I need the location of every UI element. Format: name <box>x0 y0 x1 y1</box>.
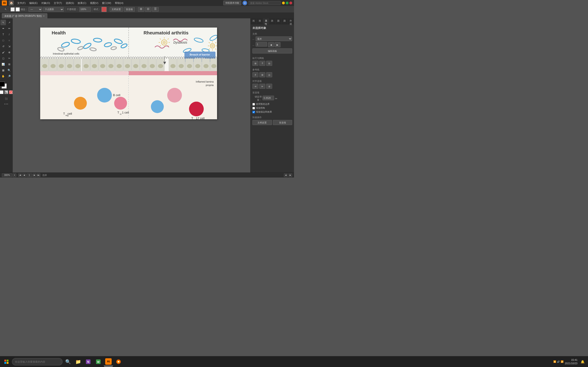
rp-tab-gradient[interactable]: 渐 <box>257 18 263 24</box>
guide-btn-3[interactable]: ◎ <box>266 72 272 77</box>
paintbrush-tool[interactable]: 🖌 <box>0 50 6 55</box>
quick-doc-setup-btn[interactable]: 文档设置 <box>252 120 272 125</box>
artboard-number-input[interactable] <box>26 173 32 177</box>
keyboard-value-input[interactable] <box>262 96 274 100</box>
menu-object[interactable]: 对象(O) <box>40 1 52 5</box>
rp-tab-path[interactable]: 路 <box>269 18 275 24</box>
rp-tab-properties[interactable]: 属性 <box>263 18 269 24</box>
style-swatch[interactable] <box>102 7 107 12</box>
rect-tool[interactable]: □ <box>0 38 6 43</box>
menu-text[interactable]: 文字(T) <box>52 1 64 5</box>
menu-view[interactable]: 视图(V) <box>88 1 100 5</box>
eraser-tool[interactable]: ◻ <box>0 56 6 61</box>
menu-help[interactable]: 帮助(H) <box>113 1 125 5</box>
ellipse-tool[interactable]: ○ <box>6 38 12 43</box>
canvas-area[interactable]: Health Rheumatoid arthritis <box>13 18 250 173</box>
pattern-swatch[interactable] <box>9 90 13 94</box>
grid-dots-btn[interactable]: ⠿ <box>259 61 265 66</box>
arrange-view-btn[interactable]: ⊞ <box>138 7 144 12</box>
align-btn[interactable]: ⊟ <box>145 7 151 12</box>
scroll-left-btn[interactable]: ◀ <box>284 173 288 177</box>
svg-point-88 <box>211 64 216 68</box>
prev-artboard-btn[interactable]: ◀ <box>22 173 26 177</box>
first-artboard-btn[interactable]: |◀ <box>18 173 22 177</box>
user-avatar[interactable]: U <box>242 1 247 5</box>
tab-close-button[interactable]: ✕ <box>43 15 45 17</box>
zoom-tool[interactable]: 🔎 <box>6 73 12 79</box>
next-page-btn[interactable]: ▶ <box>275 42 280 47</box>
none-swatch[interactable] <box>0 90 3 94</box>
gradient-swatch[interactable] <box>4 90 8 94</box>
quick-preferences-btn[interactable]: 首选项 <box>273 120 292 125</box>
align-right-btn[interactable]: ⊴ <box>266 84 272 89</box>
next-artboard-btn[interactable]: ▶ <box>33 173 36 177</box>
chart-tool[interactable]: 📊 <box>0 61 6 67</box>
line-tool[interactable]: / <box>6 32 12 37</box>
zoom-input[interactable] <box>2 173 12 177</box>
scale-stroke-checkbox[interactable]: 缩放描边和效果 <box>252 110 292 114</box>
distribute-btn[interactable]: ☰ <box>152 7 159 12</box>
scale-corners-input[interactable] <box>252 107 255 109</box>
stroke-style-select[interactable]: — <box>28 7 42 12</box>
fill-color-swatch[interactable] <box>10 7 15 11</box>
maximize-button[interactable]: □ <box>286 2 288 4</box>
type-tool[interactable]: T <box>0 32 6 37</box>
mesh-tool[interactable]: ⊞ <box>6 61 12 67</box>
stroke-size-select[interactable]: 3 点圆形 <box>43 7 64 12</box>
edit-artboard-btn[interactable]: 编辑画板 <box>252 48 292 53</box>
eyedropper-tool[interactable]: 🔍 <box>6 67 12 73</box>
preview-boundary-checkbox[interactable]: 使用预览边界 <box>252 102 292 106</box>
blob-brush-tool[interactable]: ⊕ <box>6 50 12 55</box>
menu-select[interactable]: 选择(S) <box>64 1 76 5</box>
minimize-button[interactable]: ─ <box>282 2 285 4</box>
menu-edit[interactable]: 编辑(E) <box>27 1 39 5</box>
rp-tab-color1[interactable]: 颜 <box>275 18 282 24</box>
zoom-down-btn[interactable]: ▾ <box>13 173 16 177</box>
gradient-tool[interactable]: ▦ <box>0 67 6 73</box>
guide-btn-2[interactable]: ⊞ <box>259 72 265 77</box>
preferences-button[interactable]: 首选项 <box>124 7 135 12</box>
last-artboard-btn[interactable]: ▶| <box>37 173 40 177</box>
prev-page-btn[interactable]: ◀ <box>268 42 274 47</box>
direct-select-tool[interactable]: ↗ <box>6 20 12 25</box>
pref-section-title: 首选项 <box>252 91 292 94</box>
scroll-right-btn[interactable]: ▶ <box>288 173 292 177</box>
pen-tool[interactable]: ✒ <box>0 26 6 31</box>
scale-corners-checkbox[interactable]: 缩放拐角 <box>252 106 292 110</box>
toolbar: ↖ 描边： — 3 点圆形 不透明度： 样式： 文档设置 首选项 ⊞ ⊟ ☰ <box>0 6 294 13</box>
grid-lines-btn[interactable]: ⊟ <box>266 61 272 66</box>
svg-text:H: H <box>120 113 121 115</box>
unit-select[interactable]: 毫米 <box>256 36 292 41</box>
preview-boundary-input[interactable] <box>252 103 255 106</box>
doc-setup-button[interactable]: 文档设置 <box>110 7 123 12</box>
document-tab[interactable]: 未标题-1* @ 300% (RGB/GPU 预览) ✕ <box>2 13 47 18</box>
grid-icon-btn[interactable]: ⊞ <box>252 61 258 66</box>
close-button[interactable]: ✕ <box>289 2 292 4</box>
pencil-tool[interactable]: ✏ <box>6 26 12 31</box>
rotate-tool[interactable]: ↺ <box>0 44 6 49</box>
foreground-color[interactable] <box>0 82 5 87</box>
home-icon[interactable]: 🏠 <box>9 0 14 6</box>
stroke-color-swatch[interactable] <box>16 7 20 11</box>
menu-effects[interactable]: 效果(C) <box>76 1 88 5</box>
menu-file[interactable]: 文件(F) <box>16 1 27 5</box>
guide-btn-1[interactable]: # <box>252 72 258 77</box>
menu-window[interactable]: 窗口(W) <box>100 1 113 5</box>
search-stock-input[interactable] <box>249 1 281 5</box>
scissor-tool[interactable]: ✂ <box>6 56 12 61</box>
page-number-input[interactable] <box>256 42 267 47</box>
scale-stroke-input[interactable] <box>252 111 255 113</box>
mode-button[interactable]: 传统基本功能 <box>223 1 241 5</box>
hand-tool[interactable]: ✋ <box>0 73 6 79</box>
more-tools-btn[interactable]: • • • <box>4 103 8 105</box>
rp-tab-appearance[interactable]: 外观 <box>288 18 294 24</box>
align-center-btn[interactable]: ⊳ <box>259 84 265 89</box>
select-tool[interactable]: ↖ <box>0 20 6 25</box>
rp-tab-color2[interactable]: 颜 <box>282 18 288 24</box>
selection-tool-btn[interactable]: ↖ <box>1 5 10 14</box>
rp-tab-paint[interactable]: 画 <box>251 18 257 24</box>
align-left-btn[interactable]: ⊲ <box>252 84 258 89</box>
artboard-tool-btn[interactable]: ⬛ <box>2 96 10 101</box>
scale-tool[interactable]: ⇲ <box>6 44 12 49</box>
opacity-input[interactable] <box>79 7 91 12</box>
